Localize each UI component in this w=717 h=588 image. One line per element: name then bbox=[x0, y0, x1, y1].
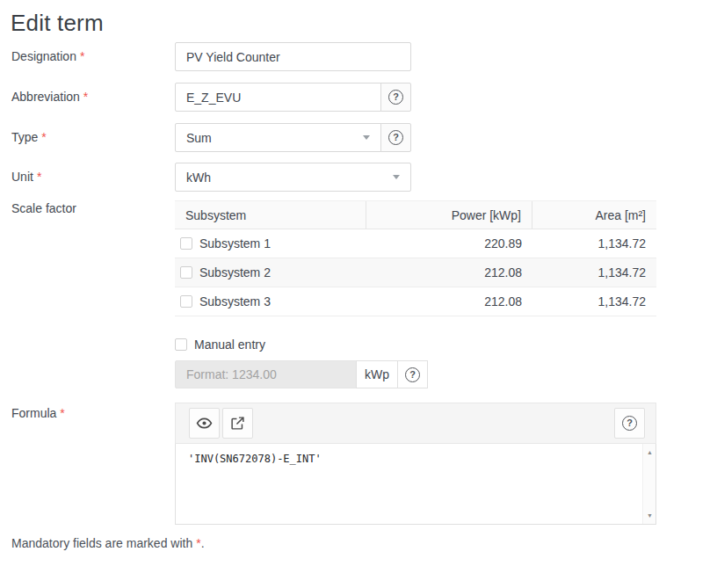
area-value: 1,134.72 bbox=[532, 236, 656, 250]
help-icon: ? bbox=[388, 130, 403, 145]
scrollbar[interactable]: ▲ ▼ bbox=[642, 444, 655, 524]
abbreviation-input[interactable] bbox=[175, 83, 381, 112]
power-value: 220.89 bbox=[366, 236, 532, 250]
required-marker: * bbox=[37, 170, 41, 184]
scroll-up-icon[interactable]: ▲ bbox=[643, 449, 656, 455]
page-title: Edit term bbox=[11, 10, 104, 37]
type-select[interactable]: Sum bbox=[175, 123, 381, 152]
area-value: 1,134.72 bbox=[532, 294, 656, 309]
formula-value: 'INV(SN672078)-E_INT' bbox=[188, 453, 322, 465]
required-marker: * bbox=[80, 49, 84, 63]
formula-editor: ? 'INV(SN672078)-E_INT' ▲ ▼ bbox=[175, 403, 656, 525]
power-value: 212.08 bbox=[366, 265, 532, 279]
power-value: 212.08 bbox=[366, 294, 532, 309]
required-marker: * bbox=[83, 90, 88, 104]
required-marker: * bbox=[60, 406, 64, 420]
manual-entry-row: Manual entry bbox=[175, 338, 265, 352]
subsystem-table: Subsystem Power [kWp] Area [m²] Subsyste… bbox=[175, 200, 656, 316]
column-header-area: Area [m²] bbox=[532, 201, 656, 229]
row-checkbox[interactable] bbox=[180, 237, 192, 250]
help-icon: ? bbox=[388, 90, 403, 105]
unit-selected-value: kWh bbox=[186, 171, 211, 185]
chevron-down-icon bbox=[363, 135, 370, 140]
edit-term-form: Edit term Designation* Abbreviation* Typ… bbox=[0, 0, 717, 588]
chevron-down-icon bbox=[393, 175, 400, 179]
eye-icon bbox=[196, 415, 213, 432]
preview-button[interactable] bbox=[189, 408, 220, 439]
table-row: Subsystem 3 212.08 1,134.72 bbox=[175, 287, 656, 316]
required-marker: * bbox=[41, 130, 46, 144]
table-row: Subsystem 1 220.89 1,134.72 bbox=[175, 229, 656, 258]
type-selected-value: Sum bbox=[186, 131, 212, 145]
subsystem-name: Subsystem 1 bbox=[199, 236, 271, 250]
row-checkbox[interactable] bbox=[180, 266, 192, 279]
column-header-power: Power [kWp] bbox=[366, 201, 532, 229]
unit-addon: kWp bbox=[356, 360, 398, 388]
scroll-down-icon[interactable]: ▼ bbox=[643, 512, 656, 519]
manual-entry-checkbox[interactable] bbox=[175, 338, 187, 351]
formula-help-button[interactable]: ? bbox=[614, 408, 645, 439]
help-icon: ? bbox=[622, 416, 637, 431]
subsystem-name: Subsystem 3 bbox=[199, 294, 271, 309]
abbreviation-help-addon[interactable]: ? bbox=[380, 83, 411, 112]
formula-label: Formula* bbox=[11, 406, 65, 420]
row-checkbox[interactable] bbox=[180, 295, 192, 308]
table-row: Subsystem 2 212.08 1,134.72 bbox=[175, 258, 656, 287]
designation-input[interactable] bbox=[175, 42, 411, 71]
formula-toolbar: ? bbox=[175, 403, 656, 444]
abbreviation-label: Abbreviation* bbox=[11, 90, 88, 104]
open-external-button[interactable] bbox=[222, 408, 253, 439]
formula-textarea[interactable]: 'INV(SN672078)-E_INT' ▲ ▼ bbox=[175, 444, 656, 525]
subsystem-name: Subsystem 2 bbox=[199, 265, 271, 279]
manual-value-input bbox=[175, 360, 357, 388]
mandatory-fields-note: Mandatory fields are marked with*. bbox=[11, 536, 205, 550]
type-help-addon[interactable]: ? bbox=[380, 123, 411, 152]
manual-value-help-addon[interactable]: ? bbox=[397, 360, 428, 388]
unit-label: Unit* bbox=[11, 170, 41, 184]
help-icon: ? bbox=[405, 367, 420, 382]
column-header-subsystem: Subsystem bbox=[175, 201, 366, 229]
table-header-row: Subsystem Power [kWp] Area [m²] bbox=[175, 200, 656, 229]
manual-entry-label: Manual entry bbox=[194, 338, 265, 352]
designation-label: Designation* bbox=[11, 49, 84, 63]
unit-select[interactable]: kWh bbox=[175, 163, 411, 192]
scale-factor-label: Scale factor bbox=[11, 201, 76, 215]
type-label: Type* bbox=[11, 130, 47, 144]
external-link-icon bbox=[230, 416, 245, 431]
area-value: 1,134.72 bbox=[532, 265, 656, 279]
